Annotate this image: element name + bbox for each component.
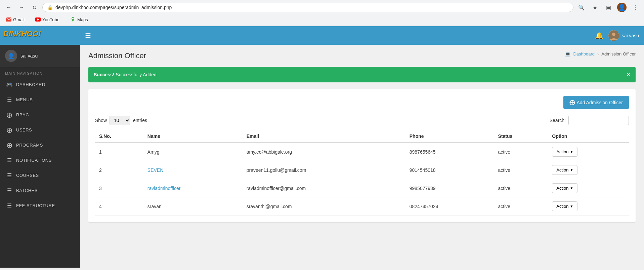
breadcrumb-home[interactable]: Dashboard bbox=[573, 51, 595, 56]
table-row: 1Amygamy.ec@abbigale.org8987655645active… bbox=[95, 143, 629, 161]
page-title: Admission Officer bbox=[88, 51, 146, 60]
cell-phone: 08247457024 bbox=[405, 197, 494, 216]
table-row: 3raviadminofficerraviadminofficer@gmail.… bbox=[95, 179, 629, 197]
add-admission-officer-button[interactable]: ⨁ Add Admission Officer bbox=[563, 96, 629, 109]
action-button[interactable]: Action ▼ bbox=[552, 201, 577, 211]
youtube-label: YouTube bbox=[42, 17, 59, 22]
cell-phone: 9985077939 bbox=[405, 179, 494, 197]
extension-icon[interactable]: ▣ bbox=[604, 3, 613, 12]
cell-option: Action ▼ bbox=[548, 179, 629, 197]
cell-name: sravani bbox=[143, 197, 243, 216]
sidebar-item-menus-label: Menus bbox=[16, 97, 33, 102]
content-area: 👤 sai vasu MAIN NAVIGATION 🎮 DASHBOARD ☰… bbox=[0, 45, 644, 268]
action-caret-icon: ▼ bbox=[570, 204, 573, 208]
user-avatar-img bbox=[608, 30, 619, 41]
main-content: Admission Officer 💻 Dashboard › Admissio… bbox=[80, 45, 644, 268]
cell-status: active bbox=[494, 179, 548, 197]
reload-button[interactable]: ↻ bbox=[30, 3, 39, 12]
bookmark-maps[interactable]: Maps bbox=[68, 16, 90, 23]
sidebar-item-notifications[interactable]: ☰ NOTIFICATIONS bbox=[0, 153, 80, 168]
bookmark-icon[interactable]: ★ bbox=[590, 3, 600, 12]
hamburger-button[interactable]: ☰ bbox=[85, 32, 91, 40]
sidebar-item-fee-structure[interactable]: ☰ FEE STRUCTURE bbox=[0, 198, 80, 213]
search-area: Search: bbox=[550, 116, 629, 125]
col-sno: S.No. bbox=[95, 130, 143, 143]
alert-text: Success! Successfully Added. bbox=[94, 72, 158, 77]
cell-name: Amyg bbox=[143, 143, 243, 161]
table-row: 4sravanisravanthi@gmail.com08247457024ac… bbox=[95, 197, 629, 216]
svg-point-5 bbox=[72, 18, 74, 19]
rbac-icon: ⨁ bbox=[6, 112, 13, 118]
cell-option: Action ▼ bbox=[548, 197, 629, 216]
sidebar-user-avatar: 👤 bbox=[5, 50, 17, 62]
action-label: Action bbox=[556, 167, 568, 172]
cell-sno: 4 bbox=[95, 197, 143, 216]
browser-action-icons: 🔍 ★ ▣ 👤 ⋮ bbox=[577, 3, 640, 12]
main-card: ⨁ Add Admission Officer Show 10 25 50 10… bbox=[88, 89, 636, 222]
sidebar-item-users[interactable]: ⨁ USERS bbox=[0, 122, 80, 138]
entries-select[interactable]: 10 25 50 100 bbox=[110, 116, 130, 125]
gmail-icon bbox=[6, 17, 11, 22]
cell-option: Action ▼ bbox=[548, 143, 629, 161]
alert-bold: Success! bbox=[94, 72, 114, 77]
forward-button[interactable]: → bbox=[17, 3, 26, 12]
notifications-icon: ☰ bbox=[6, 157, 13, 163]
action-label: Action bbox=[556, 204, 568, 209]
cell-name[interactable]: SEVEN bbox=[143, 161, 243, 179]
users-icon: ⨁ bbox=[6, 127, 13, 133]
sidebar-item-batches[interactable]: ☰ BATCHES bbox=[0, 183, 80, 198]
cell-sno: 2 bbox=[95, 161, 143, 179]
youtube-icon bbox=[35, 17, 41, 22]
action-button[interactable]: Action ▼ bbox=[552, 183, 577, 193]
sidebar-item-rbac[interactable]: ⨁ RBAC bbox=[0, 107, 80, 122]
action-label: Action bbox=[556, 149, 568, 154]
cell-email: raviadminofficer@gmail.com bbox=[243, 179, 405, 197]
menus-icon: ☰ bbox=[6, 97, 13, 103]
col-email: Email bbox=[243, 130, 405, 143]
sidebar: 👤 sai vasu MAIN NAVIGATION 🎮 DASHBOARD ☰… bbox=[0, 45, 80, 268]
sidebar-item-dashboard[interactable]: 🎮 DASHBOARD bbox=[0, 77, 80, 92]
cell-phone: 9014545018 bbox=[405, 161, 494, 179]
sidebar-item-programs-label: PROGRAMS bbox=[16, 143, 43, 148]
bookmark-gmail[interactable]: Gmail bbox=[4, 16, 27, 23]
sidebar-item-courses-label: COURSES bbox=[16, 173, 39, 178]
browser-chrome: ← → ↻ 🔒 devphp.dinkhoo.com/pages/superad… bbox=[0, 0, 644, 26]
show-entries: Show 10 25 50 100 entries bbox=[95, 116, 147, 125]
bookmark-youtube[interactable]: YouTube bbox=[33, 16, 61, 23]
sidebar-item-courses[interactable]: ☰ COURSES bbox=[0, 168, 80, 183]
sidebar-item-dashboard-label: DASHBOARD bbox=[16, 82, 45, 87]
fee-structure-icon: ☰ bbox=[6, 202, 13, 209]
alert-close-button[interactable]: × bbox=[627, 72, 630, 78]
cell-status: active bbox=[494, 161, 548, 179]
search-icon[interactable]: 🔍 bbox=[577, 3, 586, 12]
sidebar-item-programs[interactable]: ⨁ PROGRAMS bbox=[0, 138, 80, 153]
cell-name[interactable]: raviadminofficer bbox=[143, 179, 243, 197]
cell-sno: 1 bbox=[95, 143, 143, 161]
menu-icon[interactable]: ⋮ bbox=[631, 3, 640, 12]
profile-avatar[interactable]: 👤 bbox=[617, 3, 627, 12]
app-logo-subtitle: eCollege bbox=[13, 37, 41, 41]
dashboard-icon: 🎮 bbox=[6, 81, 13, 88]
gmail-label: Gmail bbox=[13, 17, 25, 22]
action-button[interactable]: Action ▼ bbox=[552, 165, 577, 175]
col-status: Status bbox=[494, 130, 548, 143]
action-button[interactable]: Action ▼ bbox=[552, 147, 577, 157]
address-bar[interactable]: 🔒 devphp.dinkhoo.com/pages/superadmin_ad… bbox=[42, 3, 573, 12]
back-button[interactable]: ← bbox=[4, 3, 13, 12]
search-input[interactable] bbox=[568, 116, 629, 125]
admission-officer-table: S.No. Name Email Phone Status Option 1Am… bbox=[95, 130, 629, 216]
breadcrumb-current: Admission Officer bbox=[601, 51, 636, 56]
top-nav-user: sai vasu bbox=[608, 30, 639, 41]
notification-icon[interactable]: 🔔 bbox=[595, 32, 603, 40]
col-phone: Phone bbox=[405, 130, 494, 143]
cell-status: active bbox=[494, 143, 548, 161]
sidebar-item-batches-label: BATCHES bbox=[16, 188, 38, 193]
user-avatar bbox=[608, 30, 619, 41]
sidebar-item-users-label: USERS bbox=[16, 127, 32, 132]
action-caret-icon: ▼ bbox=[570, 186, 573, 190]
browser-toolbar: ← → ↻ 🔒 devphp.dinkhoo.com/pages/superad… bbox=[0, 0, 644, 15]
sidebar-item-fee-structure-label: FEE STRUCTURE bbox=[16, 203, 55, 208]
programs-icon: ⨁ bbox=[6, 142, 13, 148]
sidebar-item-menus[interactable]: ☰ Menus bbox=[0, 92, 80, 107]
top-nav-username: sai vasu bbox=[622, 33, 639, 38]
